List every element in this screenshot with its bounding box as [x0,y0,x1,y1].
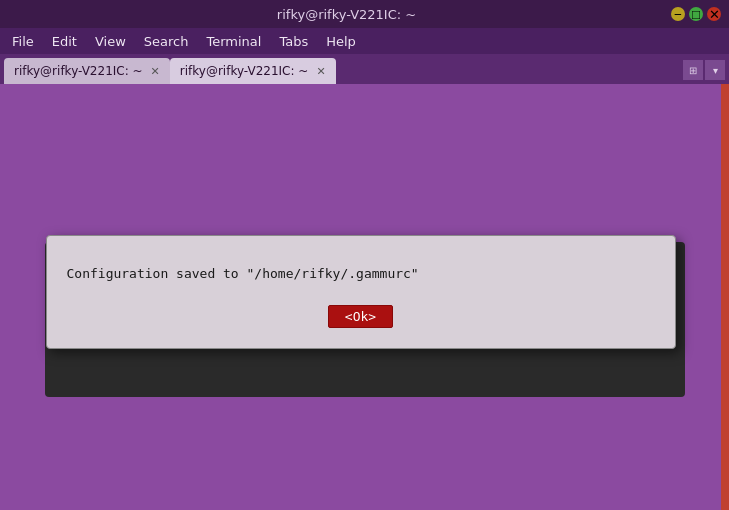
menu-bar: File Edit View Search Terminal Tabs Help [0,28,729,54]
window-title: rifky@rifky-V221IC: ~ [22,7,671,22]
window-controls: − □ ✕ [671,7,721,21]
new-tab-button[interactable]: ⊞ [683,60,703,80]
menu-terminal[interactable]: Terminal [198,32,269,51]
dialog-buttons: <Ok> [67,305,655,328]
tab-1-label: rifky@rifky-V221IC: ~ [14,64,143,78]
ok-button[interactable]: <Ok> [328,305,393,328]
minimize-button[interactable]: − [671,7,685,21]
dialog-message: Configuration saved to "/home/rifky/.gam… [67,266,655,281]
menu-tabs[interactable]: Tabs [271,32,316,51]
menu-view[interactable]: View [87,32,134,51]
tab-2-close[interactable]: ✕ [316,66,325,77]
terminal-content: Configuration saved to "/home/rifky/.gam… [0,84,729,510]
menu-file[interactable]: File [4,32,42,51]
title-bar: rifky@rifky-V221IC: ~ − □ ✕ [0,0,729,28]
tab-dropdown-button[interactable]: ▾ [705,60,725,80]
close-button[interactable]: ✕ [707,7,721,21]
tab-2-label: rifky@rifky-V221IC: ~ [180,64,309,78]
menu-search[interactable]: Search [136,32,197,51]
tab-1[interactable]: rifky@rifky-V221IC: ~ ✕ [4,58,170,84]
menu-help[interactable]: Help [318,32,364,51]
dialog-overlay: Configuration saved to "/home/rifky/.gam… [0,84,729,510]
tab-right-controls: ⊞ ▾ [683,60,725,84]
dialog: Configuration saved to "/home/rifky/.gam… [46,235,676,349]
tab-1-close[interactable]: ✕ [151,66,160,77]
tab-2[interactable]: rifky@rifky-V221IC: ~ ✕ [170,58,336,84]
tab-bar: rifky@rifky-V221IC: ~ ✕ rifky@rifky-V221… [0,54,729,84]
maximize-button[interactable]: □ [689,7,703,21]
menu-edit[interactable]: Edit [44,32,85,51]
